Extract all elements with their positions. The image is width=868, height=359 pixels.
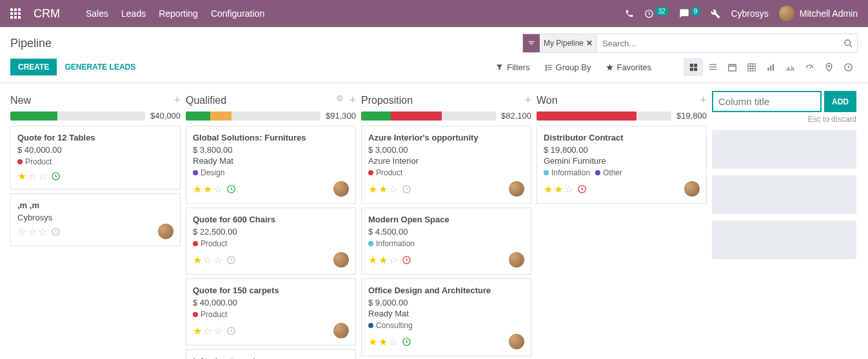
- star-icon[interactable]: ☆: [213, 183, 222, 195]
- star-icon[interactable]: ☆: [213, 325, 222, 337]
- kanban-card[interactable]: Office Design and Architecture$ 9,000.00…: [361, 278, 531, 356]
- favorites-tool[interactable]: Favorites: [606, 63, 651, 72]
- company-name[interactable]: Cybrosys: [731, 8, 768, 19]
- star-icon[interactable]: ☆: [28, 170, 37, 182]
- progress-segment[interactable]: [10, 112, 57, 121]
- priority-stars[interactable]: ★☆☆: [193, 325, 222, 337]
- assignee-avatar[interactable]: [684, 181, 700, 197]
- priority-stars[interactable]: ★★☆: [368, 183, 398, 195]
- add-column-button[interactable]: ADD: [824, 91, 856, 112]
- star-icon[interactable]: ☆: [203, 325, 212, 337]
- star-icon[interactable]: ☆: [564, 183, 573, 195]
- chat-icon[interactable]: 9: [679, 8, 701, 19]
- assignee-avatar[interactable]: [509, 252, 524, 267]
- add-card-icon[interactable]: +: [349, 93, 356, 107]
- column-title-input[interactable]: [712, 91, 822, 112]
- add-card-icon[interactable]: +: [700, 93, 707, 107]
- tag[interactable]: Product: [193, 239, 227, 248]
- star-icon[interactable]: ★: [368, 254, 377, 266]
- nav-reporting[interactable]: Reporting: [159, 8, 198, 19]
- view-list[interactable]: [703, 58, 722, 76]
- progress-segment[interactable]: [391, 112, 442, 121]
- user-menu[interactable]: Mitchell Admin: [779, 6, 858, 21]
- column-title[interactable]: Won: [537, 95, 558, 106]
- create-button[interactable]: CREATE: [10, 59, 57, 75]
- star-icon[interactable]: ☆: [213, 254, 222, 266]
- star-icon[interactable]: ★: [193, 325, 202, 337]
- kanban-card[interactable]: Quote for 12 Tables$ 40,000.00Product★☆☆: [10, 126, 181, 189]
- star-icon[interactable]: ★: [379, 183, 388, 195]
- column-title[interactable]: Proposition: [361, 95, 413, 106]
- kanban-card[interactable]: ,m ,mCybrosys☆☆☆: [10, 193, 181, 246]
- assignee-avatar[interactable]: [509, 181, 524, 197]
- tag[interactable]: Design: [193, 168, 224, 177]
- view-dashboard[interactable]: [800, 58, 819, 76]
- kanban-card[interactable]: Info about services$ 25,000.00☆☆☆: [186, 349, 356, 359]
- progress-segment[interactable]: [537, 112, 636, 121]
- brand[interactable]: CRM: [34, 7, 60, 21]
- activity-indicator-icon[interactable]: [577, 184, 587, 194]
- groupby-tool[interactable]: Group By: [544, 63, 591, 72]
- star-icon[interactable]: ★: [544, 183, 553, 195]
- progress-bar[interactable]: [186, 112, 321, 121]
- kanban-card[interactable]: Distributor Contract$ 19,800.00Gemini Fu…: [537, 126, 707, 204]
- activity-indicator-icon[interactable]: [51, 171, 61, 181]
- view-cohort[interactable]: [780, 58, 800, 76]
- tools-icon[interactable]: [711, 9, 720, 19]
- star-icon[interactable]: ☆: [389, 336, 398, 348]
- kanban-card[interactable]: Modern Open Space$ 4,500.00Information★★…: [361, 208, 531, 275]
- kanban-card[interactable]: Azure Interior's opportunity$ 3,000.00Az…: [361, 126, 531, 204]
- kanban-card[interactable]: Quote for 600 Chairs$ 22,500.00Product★☆…: [186, 208, 356, 275]
- activity-indicator-icon[interactable]: [226, 326, 236, 336]
- apps-icon[interactable]: [10, 8, 21, 19]
- star-icon[interactable]: ☆: [38, 170, 47, 182]
- gear-icon[interactable]: ⚙: [336, 93, 344, 107]
- star-icon[interactable]: ☆: [203, 254, 212, 266]
- view-calendar[interactable]: [722, 58, 742, 76]
- star-icon[interactable]: ★: [379, 254, 388, 266]
- facet-remove-icon[interactable]: ✕: [586, 39, 593, 48]
- assignee-avatar[interactable]: [333, 181, 349, 197]
- nav-configuration[interactable]: Configuration: [211, 8, 264, 19]
- priority-stars[interactable]: ☆☆☆: [17, 226, 47, 238]
- tag[interactable]: Other: [595, 168, 622, 177]
- column-title[interactable]: New: [10, 95, 31, 106]
- view-pivot[interactable]: [742, 58, 761, 76]
- star-icon[interactable]: ★: [368, 183, 377, 195]
- priority-stars[interactable]: ★★☆: [544, 183, 573, 195]
- tag[interactable]: Product: [17, 157, 52, 166]
- filters-tool[interactable]: Filters: [495, 63, 529, 72]
- activity-indicator-icon[interactable]: [402, 255, 411, 265]
- column-title[interactable]: Qualified: [186, 95, 226, 106]
- view-activity[interactable]: [838, 58, 858, 76]
- progress-bar[interactable]: [537, 112, 671, 121]
- tag[interactable]: Product: [368, 168, 402, 177]
- activity-icon[interactable]: 32: [644, 9, 669, 19]
- generate-leads-button[interactable]: GENERATE LEADS: [57, 59, 143, 75]
- tag[interactable]: Information: [544, 168, 590, 177]
- priority-stars[interactable]: ★★☆: [193, 183, 222, 195]
- tag[interactable]: Product: [193, 310, 227, 319]
- activity-indicator-icon[interactable]: [226, 184, 236, 194]
- search-input[interactable]: [597, 34, 840, 52]
- priority-stars[interactable]: ★☆☆: [193, 254, 222, 266]
- star-icon[interactable]: ★: [379, 336, 388, 348]
- kanban-card[interactable]: Quote for 150 carpets$ 40,000.00Product★…: [186, 278, 356, 345]
- progress-segment[interactable]: [361, 112, 391, 121]
- priority-stars[interactable]: ★★☆: [368, 254, 398, 266]
- star-icon[interactable]: ★: [554, 183, 563, 195]
- add-card-icon[interactable]: +: [173, 93, 181, 107]
- activity-indicator-icon[interactable]: [402, 184, 411, 194]
- assignee-avatar[interactable]: [509, 334, 524, 349]
- star-icon[interactable]: ☆: [389, 254, 398, 266]
- progress-segment[interactable]: [210, 112, 232, 121]
- star-icon[interactable]: ★: [193, 254, 202, 266]
- nav-sales[interactable]: Sales: [86, 8, 108, 19]
- nav-leads[interactable]: Leads: [121, 8, 146, 19]
- star-icon[interactable]: ☆: [389, 183, 398, 195]
- search-icon[interactable]: [840, 39, 857, 48]
- progress-bar[interactable]: [361, 112, 496, 121]
- assignee-avatar[interactable]: [333, 252, 349, 267]
- star-icon[interactable]: ★: [203, 183, 212, 195]
- activity-indicator-icon[interactable]: [402, 337, 411, 347]
